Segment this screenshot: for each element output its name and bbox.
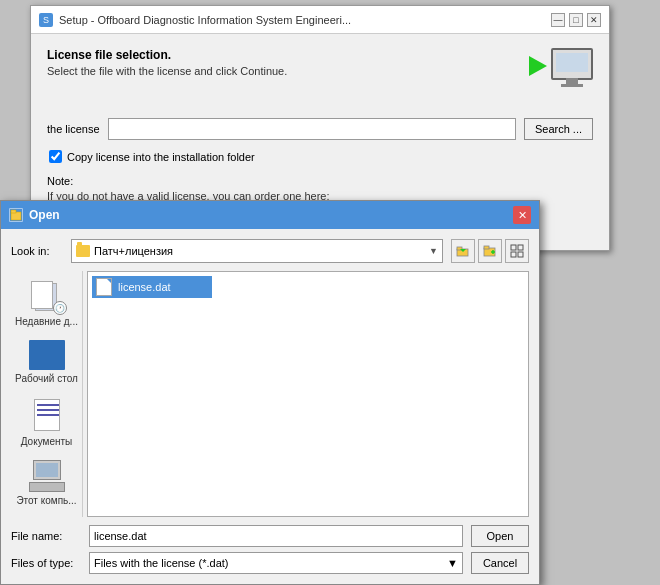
file-area[interactable]: license.dat [87,271,529,517]
note-label: Note: [47,175,593,187]
new-folder-button[interactable] [478,239,502,263]
lookin-value: Патч+лицензия [94,245,173,257]
open-main: 🕐 Недавние д... Рабочий стол [11,271,529,517]
sidebar-item-recent[interactable]: 🕐 Недавние д... [11,275,82,334]
filetype-label: Files of type: [11,557,81,569]
lookin-row: Look in: Патч+лицензия ▼ [11,239,529,263]
documents-icon [32,397,62,433]
svg-rect-9 [518,245,523,250]
filetype-dropdown-arrow: ▼ [447,557,458,569]
setup-header-text: License file selection. Select the file … [47,48,287,77]
svg-rect-10 [511,252,516,257]
copy-license-checkbox[interactable] [49,150,62,163]
mini-monitor [33,460,61,480]
search-button[interactable]: Search ... [524,118,593,140]
setup-header: License file selection. Select the file … [47,48,593,100]
svg-rect-5 [484,246,489,249]
sidebar-item-desktop[interactable]: Рабочий стол [11,334,82,391]
doc-line1 [37,404,59,406]
filetype-value: Files with the license (*.dat) [94,557,229,569]
open-bottom: File name: Open Files of type: Files wit… [11,525,529,574]
arrow-right-icon [529,56,547,76]
filename-label: File name: [11,530,81,542]
doc-line2 [37,409,59,411]
lookin-label: Look in: [11,245,63,257]
titlebar-controls: — □ ✕ [551,13,601,27]
monitor-icon [551,48,593,80]
file-item-license[interactable]: license.dat [92,276,212,298]
sidebar-item-documents[interactable]: Документы [11,391,82,454]
recent-icon: 🕐 [29,281,65,313]
lookin-select[interactable]: Патч+лицензия ▼ [71,239,443,263]
close-button[interactable]: ✕ [587,13,601,27]
sidebar-label-computer: Этот компь... [16,495,76,507]
open-close-button[interactable]: ✕ [513,206,531,224]
setup-hero-icon [529,48,593,100]
doc-front [31,281,53,309]
doc-clock: 🕐 [53,301,67,315]
mini-screen [36,463,58,477]
monitor-base [561,84,583,87]
sidebar-label-recent: Недавние д... [15,316,78,328]
setup-title: License file selection. [47,48,287,62]
file-icon [96,278,112,296]
sidebar-item-computer[interactable]: Этот компь... [11,454,82,513]
filename-row: File name: Open [11,525,529,547]
sidebar-label-documents: Документы [21,436,73,448]
svg-rect-1 [11,210,16,213]
up-folder-button[interactable] [451,239,475,263]
lookin-toolbar [451,239,529,263]
open-content: Look in: Патч+лицензия ▼ [1,229,539,584]
cancel-button[interactable]: Cancel [471,552,529,574]
minimize-button[interactable]: — [551,13,565,27]
lookin-select-inner: Патч+лицензия [76,245,429,257]
open-dialog-icon [9,208,23,222]
file-name: license.dat [118,281,171,293]
setup-window-icon: S [39,13,53,27]
open-dialog-title: Open [29,208,60,222]
folder-icon [76,245,90,257]
open-dialog: Open ✕ Look in: Патч+лицензия ▼ [0,200,540,585]
lookin-dropdown-arrow: ▼ [429,246,438,256]
open-titlebar-left: Open [9,208,60,222]
mini-base [29,482,65,492]
filetype-select[interactable]: Files with the license (*.dat) ▼ [89,552,463,574]
note-section: Note: If you do not have a valid license… [47,175,593,202]
license-label: the license [47,123,100,135]
checkbox-row: Copy license into the installation folde… [49,150,593,163]
open-titlebar: Open ✕ [1,201,539,229]
svg-rect-8 [511,245,516,250]
maximize-button[interactable]: □ [569,13,583,27]
filetype-row: Files of type: Files with the license (*… [11,552,529,574]
license-row: the license Search ... [47,118,593,140]
open-button[interactable]: Open [471,525,529,547]
view-options-button[interactable] [505,239,529,263]
setup-subtitle: Select the file with the license and cli… [47,65,287,77]
desktop-icon [29,340,65,370]
license-input[interactable] [108,118,516,140]
sidebar-label-desktop: Рабочий стол [15,373,78,385]
setup-titlebar: S Setup - Offboard Diagnostic Informatio… [31,6,609,34]
filename-input[interactable] [89,525,463,547]
svg-rect-11 [518,252,523,257]
doc-line3 [37,414,59,416]
computer-icon [29,460,65,492]
open-sidebar: 🕐 Недавние д... Рабочий стол [11,271,83,517]
copy-license-label: Copy license into the installation folde… [67,151,255,163]
setup-window-title: Setup - Offboard Diagnostic Information … [59,14,351,26]
monitor-screen [556,53,588,72]
titlebar-left: S Setup - Offboard Diagnostic Informatio… [39,13,351,27]
